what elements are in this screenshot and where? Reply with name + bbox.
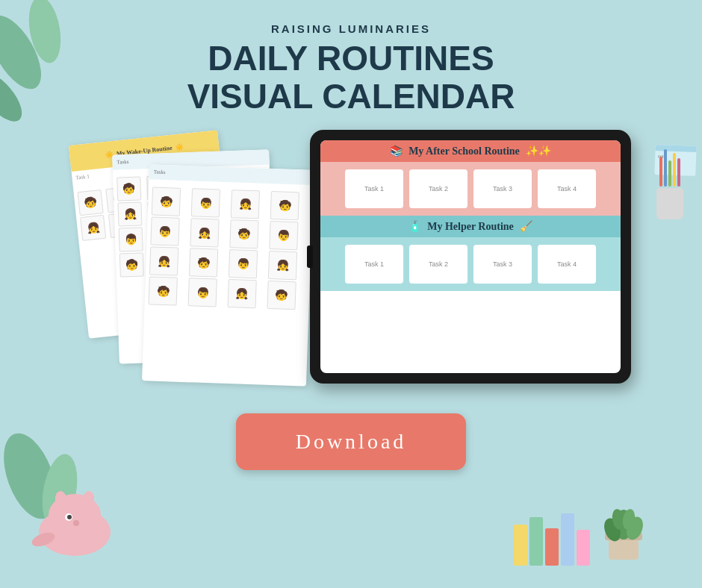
char-cell: 🧒 [267,281,296,310]
char-cell: 👦 [119,228,143,252]
char-cell: 👦 [150,217,179,246]
svg-point-11 [73,520,79,526]
char-cell: 👧 [268,251,297,280]
book-1 [514,525,527,566]
task-box-4: Task 4 [538,169,596,208]
tablet-device: 📚 My After School Routine ✨✨ Task 1 Task… [310,130,631,384]
papers-stack: ☀️ My Wake-Up Routine ☀️ Task 1 🧒 👦 👧 🧒 … [71,130,325,398]
char-cell: 🧒 [189,248,218,277]
whale-plushie [30,484,119,558]
task-box-3: Task 3 [473,169,532,208]
char-cell: 👦 [188,278,217,307]
content-area: ☀️ My Wake-Up Routine ☀️ Task 1 🧒 👦 👧 🧒 … [0,130,702,398]
book-3 [545,528,559,566]
helper-title: My Helper Routine [427,221,514,233]
main-title: DAILY ROUTINES VISUAL CALENDAR [187,40,515,115]
page-background: RAISING LUMINARIES DAILY ROUTINES VISUAL… [0,0,702,588]
helper-task-box-1: Task 1 [345,245,403,284]
helper-tasks: Task 1 Task 2 Task 3 Task 4 [320,237,621,291]
spray-icon: 🧴 [409,220,421,233]
after-school-header: 📚 My After School Routine ✨✨ [320,140,621,162]
header: RAISING LUMINARIES DAILY ROUTINES VISUAL… [187,22,515,115]
char-cell: 👧 [117,202,142,227]
task-box-2: Task 2 [409,169,468,208]
after-school-tasks-row: Task 1 Task 2 Task 3 Task 4 [329,169,612,208]
tablet-screen: 📚 My After School Routine ✨✨ Task 1 Task… [320,140,621,373]
books-icon: 📚 [390,145,403,157]
after-school-title: My After School Routine [409,146,520,157]
char-cell: 👦 [269,221,298,250]
char-cell: 👧 [149,247,178,276]
paper-front-grid: 🧒 👦 👧 🧒 👦 👧 🧒 👦 👧 🧒 👦 👧 🧒 👦 👧 🧒 [144,183,313,314]
char-cell: 🧒 [119,253,144,278]
char-cell: 🧒 [152,187,181,216]
sun-icon-right: ☀️ [175,143,184,151]
helper-task-box-3: Task 3 [473,245,532,284]
char-cell: 👦 [191,188,220,217]
book-2 [529,517,543,566]
subtitle: RAISING LUMINARIES [187,22,515,35]
stars-icon: ✨✨ [526,145,551,157]
svg-point-10 [67,515,72,519]
task-box-1: Task 1 [345,169,403,208]
succulent-plant [590,476,657,566]
book-4 [561,513,574,566]
leaf-decoration-top-left [0,0,90,149]
paper-front-header: Tasks [149,164,314,185]
char-cell: 👧 [227,279,256,308]
char-cell: 🧒 [270,191,299,220]
main-title-line2: VISUAL CALENDAR [187,78,515,116]
char-cell: 🧒 [149,277,178,306]
char-cell: 👧 [231,190,260,219]
char-cell: 👦 [229,249,258,278]
char-cell: 👧 [80,215,106,241]
tablet-button [307,245,313,268]
after-school-section: 📚 My After School Routine ✨✨ [320,140,621,162]
char-cell: 🧒 [78,190,104,216]
char-cell: 👧 [190,218,219,247]
helper-tasks-row: Task 1 Task 2 Task 3 Task 4 [329,245,612,284]
helper-task-box-2: Task 2 [409,245,468,284]
helper-header: 🧴 My Helper Routine 🧹 [320,216,621,237]
download-section: Download [236,413,467,470]
paper-front: Tasks 🧒 👦 👧 🧒 👦 👧 🧒 👦 👧 🧒 👦 👧 🧒 [142,164,314,387]
char-cell: 🧒 [117,177,141,201]
helper-task-box-4: Task 4 [538,245,596,284]
main-title-line1: DAILY ROUTINES [187,40,515,78]
after-school-tasks: Task 1 Task 2 Task 3 Task 4 [320,162,621,216]
download-button[interactable]: Download [236,413,467,470]
broom-icon: 🧹 [520,220,532,233]
book-5 [577,530,590,566]
char-cell: 🧒 [229,219,258,248]
helper-section: 🧴 My Helper Routine 🧹 [320,216,621,237]
books-stack [514,513,590,566]
